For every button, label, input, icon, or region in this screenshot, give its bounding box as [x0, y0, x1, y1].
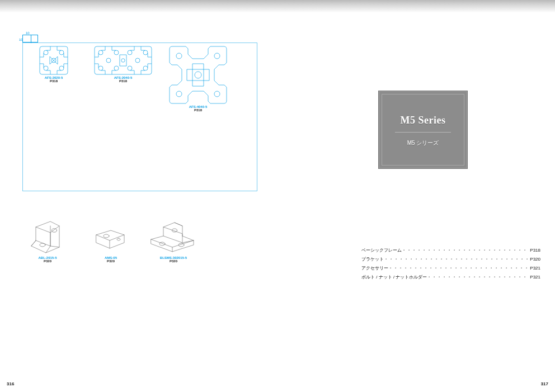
toc-row: ベーシックフレーム P318 [361, 247, 540, 253]
bracket-page: P320 [22, 259, 73, 263]
profile-page: P318 [39, 79, 68, 83]
toc-row: ボルト / ナット / ナットホルダー P321 [361, 274, 540, 280]
svg-point-16 [143, 66, 148, 70]
profile-grid: 10 10 AFS-2020- [22, 35, 257, 191]
svg-point-24 [40, 243, 45, 247]
page-left: 10 10 AFS-2020- [0, 12, 278, 392]
svg-point-27 [159, 242, 165, 245]
toc-label: ブラケット [361, 256, 384, 262]
series-title-en: M5 Series [379, 115, 467, 126]
svg-point-19 [176, 53, 182, 59]
svg-point-13 [98, 66, 103, 70]
svg-point-22 [214, 91, 220, 97]
bracket-blsms: BLSMS-302015-5 P320 [145, 219, 201, 263]
svg-point-23 [52, 229, 57, 232]
svg-point-2 [44, 50, 48, 55]
svg-rect-6 [95, 46, 152, 74]
toc-dots [402, 247, 528, 253]
title-divider [395, 132, 451, 133]
toc-page: P318 [528, 248, 540, 253]
svg-point-20 [214, 53, 220, 59]
bracket-page: P320 [145, 259, 201, 263]
svg-point-5 [59, 66, 64, 70]
profile-page: P318 [169, 108, 227, 112]
svg-point-25 [104, 234, 109, 238]
toc-dots [427, 274, 528, 280]
header-bar [0, 0, 555, 12]
profile-4040-icon [169, 46, 227, 104]
toc-row: ブラケット P320 [361, 256, 540, 262]
svg-point-10 [114, 50, 119, 55]
toc-dots [388, 265, 528, 271]
svg-point-4 [44, 66, 48, 70]
toc-label: ベーシックフレーム [361, 247, 402, 253]
svg-point-8 [135, 58, 140, 63]
svg-point-12 [143, 50, 148, 55]
svg-point-9 [98, 50, 103, 55]
series-title-box: M5 Series M5 シリーズ [378, 91, 468, 169]
bracket-ams-icon [94, 228, 128, 254]
page-number-left: 316 [7, 381, 14, 386]
profile-2020: AFS-2020-5 P318 [39, 46, 68, 83]
svg-point-18 [195, 72, 201, 78]
svg-point-15 [128, 66, 132, 70]
profile-4040: AFS-4040-5 P318 [169, 46, 227, 112]
page-number-right: 317 [541, 381, 548, 386]
profile-2040-icon [94, 46, 152, 75]
toc-row: アクセサリー P321 [361, 265, 540, 271]
bracket-abl-icon [28, 214, 67, 254]
bracket-row: ABL-2015-5 P320 AMS-05 P320 [22, 214, 257, 292]
profile-2020-icon [39, 46, 68, 75]
page-right: M5 Series M5 シリーズ ベーシックフレーム P318 ブラケット P… [278, 12, 555, 392]
svg-point-14 [114, 66, 119, 70]
svg-point-3 [59, 50, 64, 55]
bracket-blsms-icon [150, 219, 197, 254]
svg-point-7 [106, 58, 111, 63]
svg-point-21 [176, 91, 182, 97]
table-of-contents: ベーシックフレーム P318 ブラケット P320 アクセサリー P321 ボル… [361, 247, 540, 283]
svg-point-17 [121, 59, 125, 62]
toc-dots [384, 256, 528, 262]
bracket-abl: ABL-2015-5 P320 [22, 214, 73, 263]
toc-page: P321 [528, 275, 540, 280]
grid-corner [22, 35, 38, 42]
toc-page: P321 [528, 266, 540, 271]
svg-point-11 [128, 50, 132, 55]
bracket-ams: AMS-05 P320 [88, 228, 133, 263]
toc-page: P320 [528, 257, 540, 262]
bracket-page: P320 [88, 259, 133, 263]
profile-page: P318 [94, 79, 152, 83]
series-title-jp: M5 シリーズ [379, 139, 467, 147]
profile-2040: AFS-2040-5 P318 [94, 46, 152, 83]
toc-label: アクセサリー [361, 265, 388, 271]
toc-label: ボルト / ナット / ナットホルダー [361, 274, 427, 280]
